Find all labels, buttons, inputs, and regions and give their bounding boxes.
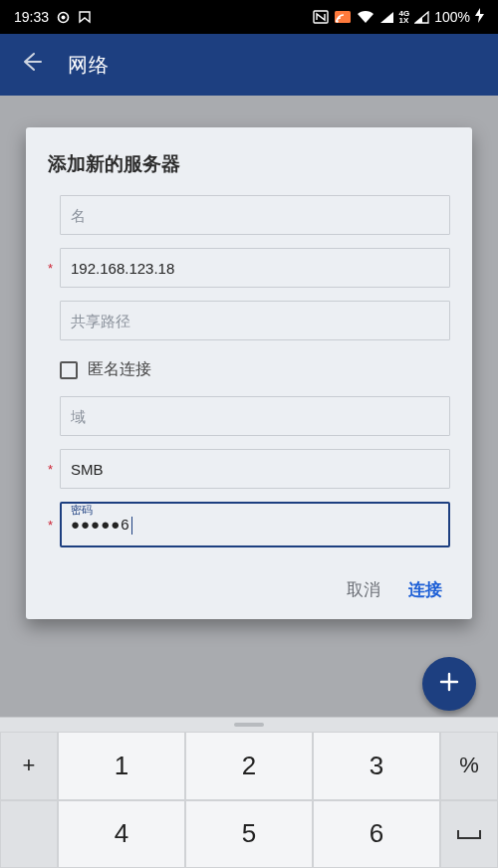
required-asterisk: * <box>48 462 58 477</box>
key-6[interactable]: 6 <box>313 800 440 869</box>
key-side-blank[interactable] <box>0 800 58 869</box>
required-asterisk: * <box>48 518 58 533</box>
connect-button[interactable]: 连接 <box>408 578 442 601</box>
server-ip-input[interactable] <box>60 248 450 288</box>
anonymous-checkbox[interactable] <box>60 361 78 379</box>
status-time: 19:33 <box>14 9 49 25</box>
key-5[interactable]: 5 <box>185 800 313 869</box>
add-fab[interactable] <box>422 657 476 711</box>
anonymous-label: 匿名连接 <box>88 359 151 380</box>
status-bar: 19:33 4G1X <box>0 0 498 34</box>
add-server-dialog: 添加新的服务器 * 匿名连接 * * 密码 <box>26 127 472 619</box>
cancel-button[interactable]: 取消 <box>347 578 380 601</box>
password-field[interactable]: 密码 ●●●●●6 <box>60 502 450 547</box>
charging-icon <box>475 8 484 26</box>
key-1[interactable]: 1 <box>58 732 185 800</box>
app-bar: 网络 <box>0 34 498 96</box>
server-name-input[interactable] <box>60 195 450 235</box>
numeric-keyboard: + 1 2 3 % 4 5 6 <box>0 717 498 868</box>
status-left: 19:33 <box>14 9 92 25</box>
cast-icon <box>334 10 352 24</box>
app-background: 19:33 4G1X <box>0 0 498 868</box>
key-percent[interactable]: % <box>440 732 498 800</box>
nfc-icon <box>313 10 329 24</box>
dialog-actions: 取消 连接 <box>48 560 450 605</box>
signal2-icon <box>414 11 429 24</box>
domain-input[interactable] <box>60 396 450 436</box>
required-asterisk: * <box>48 261 58 276</box>
key-3[interactable]: 3 <box>313 732 440 800</box>
password-value: ●●●●●6 <box>71 516 130 533</box>
network-type-icon: 4G1X <box>399 10 410 24</box>
keyboard-handle-area[interactable] <box>0 718 498 732</box>
back-button[interactable] <box>20 51 42 79</box>
svg-point-4 <box>336 20 338 22</box>
svg-point-1 <box>62 15 66 19</box>
username-input[interactable] <box>60 449 450 489</box>
battery-text: 100% <box>434 9 470 25</box>
app-indicator-icon <box>78 10 92 24</box>
key-4[interactable]: 4 <box>58 800 185 869</box>
key-plus[interactable]: + <box>0 732 58 800</box>
share-path-input[interactable] <box>60 301 450 340</box>
key-space[interactable] <box>440 800 498 869</box>
signal-icon <box>379 11 394 24</box>
record-icon <box>57 11 70 24</box>
key-2[interactable]: 2 <box>185 732 313 800</box>
password-input[interactable]: ●●●●●6 <box>60 502 450 547</box>
wifi-icon <box>357 10 374 24</box>
keyboard-handle-icon <box>234 723 264 727</box>
dialog-title: 添加新的服务器 <box>48 151 450 177</box>
text-cursor <box>131 517 132 535</box>
status-right: 4G1X 100% <box>313 8 484 26</box>
plus-icon <box>438 668 460 700</box>
page-title: 网络 <box>68 52 110 79</box>
